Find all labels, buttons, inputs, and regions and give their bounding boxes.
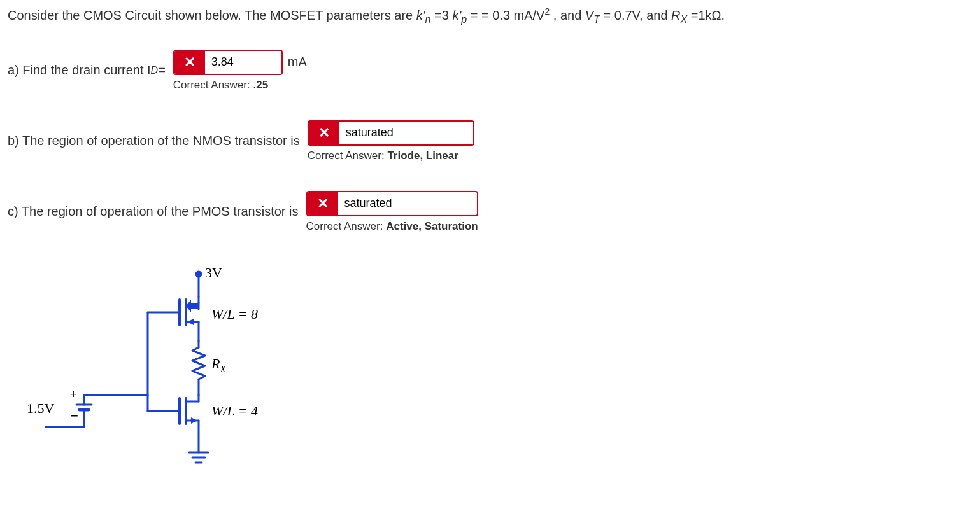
rx-val: =1kΩ. <box>691 8 725 22</box>
incorrect-icon: ✕ <box>308 192 338 215</box>
vt-val: = 0.7V, and <box>604 8 672 22</box>
part-c: c) The region of operation of the PMOS t… <box>8 191 972 233</box>
rx-label: RX <box>211 356 226 374</box>
part-c-input[interactable] <box>338 192 472 215</box>
part-a-answer-box: ✕ <box>173 50 283 75</box>
kn-symbol: k'n <box>416 8 431 22</box>
part-a-correct: Correct Answer: .25 <box>173 79 283 92</box>
vdd-label: 3V <box>205 265 222 281</box>
rx-symbol: RX <box>671 8 687 22</box>
question-intro: Consider the CMOS Circuit shown below. T… <box>8 5 972 27</box>
part-a-input[interactable] <box>205 51 281 74</box>
part-a-label: a) Find the drain current ID = <box>8 63 166 78</box>
part-b-correct: Correct Answer: Triode, Linear <box>308 150 474 162</box>
nmos-wl: W/L = 4 <box>211 403 258 419</box>
vt-symbol: VT <box>585 8 600 22</box>
part-a: a) Find the drain current ID = ✕ Correct… <box>8 50 972 92</box>
minus-icon: − <box>70 408 78 424</box>
part-b: b) The region of operation of the NMOS t… <box>8 120 972 162</box>
circuit-diagram: 3V W/L = 8 RX W/L = 4 1.5V + − <box>14 261 972 494</box>
part-b-input[interactable] <box>339 122 473 144</box>
part-c-answer-box: ✕ <box>306 191 478 216</box>
eq2: = = 0.3 mA/V2 <box>471 8 550 22</box>
intro-prefix: Consider the CMOS Circuit shown below. T… <box>8 8 416 22</box>
part-c-correct: Correct Answer: Active, Saturation <box>306 220 478 233</box>
plus-icon: + <box>70 388 77 401</box>
part-a-unit: mA <box>288 55 307 69</box>
eq1: =3 <box>434 8 452 22</box>
part-b-label: b) The region of operation of the NMOS t… <box>8 134 300 148</box>
pmos-wl: W/L = 8 <box>211 306 258 322</box>
part-c-label: c) The region of operation of the PMOS t… <box>8 204 299 219</box>
kp-symbol: k'p <box>452 8 467 22</box>
mid: , and <box>553 8 585 22</box>
part-b-answer-box: ✕ <box>308 120 474 146</box>
incorrect-icon: ✕ <box>309 122 339 144</box>
vin-label: 1.5V <box>27 400 55 416</box>
incorrect-icon: ✕ <box>174 51 205 74</box>
